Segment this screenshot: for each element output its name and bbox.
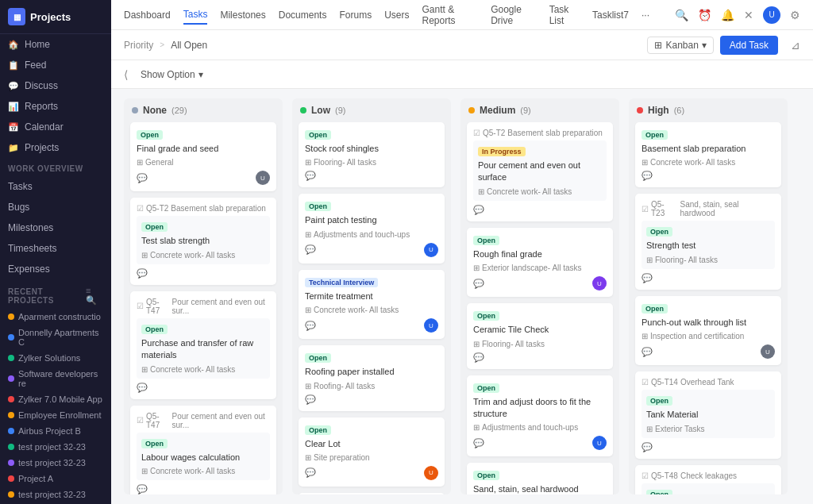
card[interactable]: ☑ Q5-T2 Basement slab preparationIn Prog… bbox=[467, 122, 613, 221]
topnav-item-···[interactable]: ··· bbox=[642, 6, 649, 24]
sidebar-project-item[interactable]: Zylker 7.0 Mobile App bbox=[0, 391, 111, 407]
inner-card[interactable]: OpenLabour wages calculation⊞Concrete wo… bbox=[137, 433, 270, 480]
sidebar-project-item[interactable]: Donnelly Apartments C bbox=[0, 325, 111, 350]
card-footer: 💬U bbox=[642, 344, 775, 359]
topnav-item-task_list[interactable]: Task List bbox=[549, 1, 580, 29]
sidebar-project-item[interactable]: Aparment constructio bbox=[0, 309, 111, 325]
card-footer: 💬 bbox=[642, 442, 775, 452]
column-color-dot bbox=[468, 107, 475, 113]
card-footer: 💬 bbox=[137, 484, 270, 494]
card[interactable]: Technical InterviewTermite treatment⊞Con… bbox=[299, 270, 445, 339]
collapse-button[interactable]: ⟨ bbox=[124, 68, 128, 81]
card-footer: 💬 bbox=[305, 394, 438, 405]
card-tag: Open bbox=[473, 236, 499, 245]
inner-card[interactable]: OpenForce test⊞Exterior Tasks bbox=[642, 483, 775, 494]
inner-card[interactable]: OpenPurchase and transfer of raw materia… bbox=[137, 318, 270, 379]
filter-icon[interactable]: ⊿ bbox=[791, 39, 800, 52]
show-option-button[interactable]: Show Option ▾ bbox=[134, 67, 210, 83]
recent-label: RECENT PROJECTS bbox=[8, 287, 86, 305]
sidebar-work-milestones[interactable]: Milestones bbox=[0, 217, 111, 238]
card[interactable]: OpenStock roof shingles⊞Flooring- All ta… bbox=[299, 122, 445, 187]
sidebar-item-calendar[interactable]: 📅Calendar bbox=[0, 117, 111, 137]
card[interactable]: OpenTrim and adjust doors to fit the str… bbox=[467, 375, 613, 457]
inner-card[interactable]: OpenTest slab strength⊞Concrete work- Al… bbox=[137, 216, 270, 264]
search-icon[interactable]: 🔍 bbox=[675, 9, 688, 21]
clock-icon[interactable]: ⏰ bbox=[698, 9, 711, 21]
card[interactable]: OpenFinal grade and seed⊞General💬U bbox=[130, 122, 276, 191]
project-dot bbox=[8, 355, 14, 361]
kanban-button[interactable]: ⊞ Kanban ▾ bbox=[647, 37, 713, 54]
topnav-item-tasklist7[interactable]: Tasklist7 bbox=[592, 6, 629, 24]
card[interactable]: OpenPaint patch testing⊞Adjustments and … bbox=[299, 194, 445, 263]
card-tag: Open bbox=[141, 222, 168, 232]
task-ref-title: Pour cement and even out sur... bbox=[172, 412, 270, 429]
sidebar-item-projects[interactable]: 📁Projects bbox=[0, 137, 111, 158]
kanban-board: None (29) OpenFinal grade and seed⊞Gener… bbox=[111, 89, 813, 504]
card[interactable]: ☑ Q5-T14 Overhead TankOpenTank Material⊞… bbox=[635, 371, 781, 458]
card[interactable]: OpenPunch-out walk through list⊞Inspecti… bbox=[635, 296, 781, 365]
card[interactable]: OpenClear Lot⊞Site preparation💬U bbox=[299, 417, 445, 487]
card[interactable]: OpenCeramic Tile Check⊞Flooring- All tas… bbox=[467, 303, 613, 368]
sidebar-project-item[interactable]: Zylker Solutions bbox=[0, 350, 111, 366]
breadcrumb-separator: > bbox=[160, 40, 164, 49]
sidebar-item-feed[interactable]: 📋Feed bbox=[0, 55, 111, 75]
topnav-item-forums[interactable]: Forums bbox=[339, 6, 372, 24]
column-count: (6) bbox=[674, 106, 684, 115]
sidebar-work-bugs[interactable]: Bugs bbox=[0, 197, 111, 217]
column-title: Low bbox=[311, 105, 330, 116]
sidebar-project-item[interactable]: Software developers re bbox=[0, 366, 111, 391]
project-name: Zylker 7.0 Mobile App bbox=[18, 394, 102, 404]
sidebar-project-item[interactable]: Airbus Project B bbox=[0, 423, 111, 439]
recent-icons[interactable]: ≡ 🔍 bbox=[86, 286, 103, 306]
sidebar-work-expenses[interactable]: Expenses bbox=[0, 259, 111, 279]
card[interactable]: ☑ Q5-T23 Sand, stain, seal hardwoodOpenS… bbox=[635, 194, 781, 289]
nav-label-reports: Reports bbox=[25, 101, 58, 112]
sidebar-project-item[interactable]: test project 32-23 bbox=[0, 455, 111, 471]
card[interactable]: OpenBasement slab preparation⊞Concrete w… bbox=[635, 122, 781, 187]
topnav-item-tasks[interactable]: Tasks bbox=[183, 6, 208, 25]
sidebar-project-item[interactable]: Project A bbox=[0, 471, 111, 487]
topnav-item-dashboard[interactable]: Dashboard bbox=[124, 6, 171, 24]
card-title: Test slab strength bbox=[141, 235, 265, 247]
card[interactable]: OpenSand, stain, seal hardwood⊞Flooring-… bbox=[467, 463, 613, 494]
card[interactable]: OpenStake lot for excavation⊞General💬U bbox=[299, 493, 445, 494]
inner-card[interactable]: OpenStrength test⊞Flooring- All tasks bbox=[642, 221, 775, 268]
user-avatar[interactable]: U bbox=[763, 6, 780, 24]
card[interactable]: ☑ Q5-T47 Pour cement and even out sur...… bbox=[130, 406, 276, 494]
card[interactable]: OpenRough final grade⊞Exterior landscape… bbox=[467, 228, 613, 297]
sidebar-work-tasks[interactable]: Tasks bbox=[0, 176, 111, 197]
breadcrumb-view[interactable]: All Open bbox=[171, 40, 207, 51]
add-task-button[interactable]: Add Task bbox=[720, 36, 778, 55]
card-meta: ⊞Flooring- All tasks bbox=[473, 340, 607, 348]
sidebar-project-item[interactable]: test project 32-23 bbox=[0, 439, 111, 455]
sidebar-project-item[interactable]: test project 32-23 bbox=[0, 487, 111, 502]
topnav-item-google_drive[interactable]: Google Drive bbox=[491, 1, 537, 29]
sidebar-work-timesheets[interactable]: Timesheets bbox=[0, 238, 111, 259]
bell-icon[interactable]: 🔔 bbox=[721, 9, 734, 21]
inner-card[interactable]: OpenTank Material⊞Exterior Tasks bbox=[642, 390, 775, 437]
sidebar-item-reports[interactable]: 📊Reports bbox=[0, 96, 111, 117]
card[interactable]: ☑ Q5-T2 Basement slab preparationOpenTes… bbox=[130, 198, 276, 284]
topnav-item-gantt_&_reports[interactable]: Gantt & Reports bbox=[422, 1, 478, 29]
breadcrumb-priority[interactable]: Priority bbox=[124, 40, 153, 51]
card-meta: ⊞General bbox=[137, 158, 270, 167]
card[interactable]: ☑ Q5-T48 Check leakagesOpenForce test⊞Ex… bbox=[635, 465, 781, 494]
topnav-item-users[interactable]: Users bbox=[384, 6, 409, 24]
card-footer-icons: 💬 bbox=[305, 171, 316, 181]
work-label: Milestones bbox=[8, 222, 53, 233]
card-meta: ⊞Exterior Tasks bbox=[646, 425, 770, 433]
sidebar-logo[interactable]: ▦ Projects bbox=[0, 0, 111, 34]
inner-card[interactable]: In ProgressPour cement and even out surf… bbox=[473, 140, 607, 201]
close-icon[interactable]: ✕ bbox=[744, 9, 753, 21]
topnav-icons: 🔍 ⏰ 🔔 ✕ U ⚙ bbox=[675, 6, 800, 24]
sidebar-item-discuss[interactable]: 💬Discuss bbox=[0, 75, 111, 96]
work-label: Expenses bbox=[8, 264, 50, 275]
topnav-item-documents[interactable]: Documents bbox=[279, 6, 327, 24]
card[interactable]: ☑ Q5-T47 Pour cement and even out sur...… bbox=[130, 291, 276, 399]
settings-icon[interactable]: ⚙ bbox=[790, 9, 800, 21]
sidebar-item-home[interactable]: 🏠Home bbox=[0, 34, 111, 55]
card[interactable]: OpenRoofing paper installed⊞Roofing- All… bbox=[299, 345, 445, 410]
sidebar-project-item[interactable]: Employee Enrollment bbox=[0, 407, 111, 423]
comment-icon: 💬 bbox=[137, 484, 148, 494]
topnav-item-milestones[interactable]: Milestones bbox=[220, 6, 265, 24]
